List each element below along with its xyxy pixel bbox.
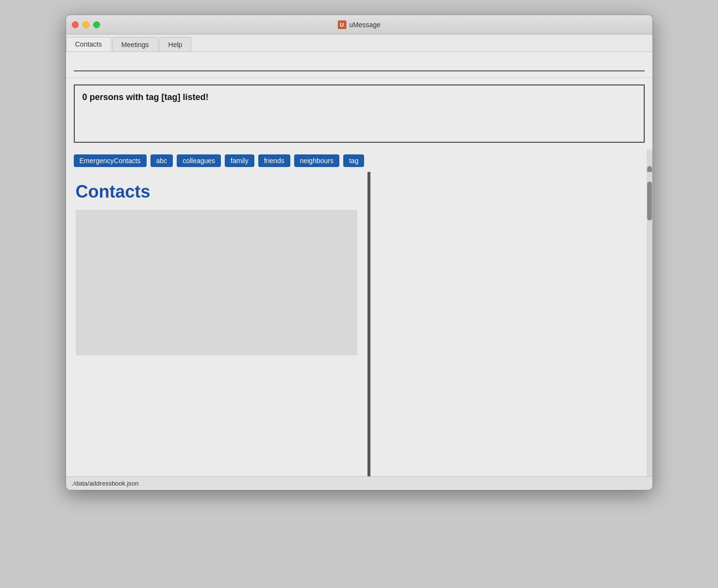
right-panel — [370, 172, 652, 476]
maximize-button[interactable] — [93, 21, 100, 28]
results-box: 0 persons with tag [tag] listed! — [74, 84, 645, 143]
contacts-list-area — [76, 210, 357, 355]
tags-scrollbar[interactable] — [647, 150, 652, 172]
status-bar: ./data/addressbook.json — [66, 476, 652, 490]
contacts-title: Contacts — [76, 182, 358, 202]
right-scrollbar[interactable] — [647, 172, 652, 476]
traffic-lights — [72, 21, 100, 28]
lower-section: Contacts — [66, 172, 652, 476]
title-bar: U uMessage — [66, 15, 652, 34]
search-input[interactable] — [74, 58, 645, 71]
tab-bar: Contacts Meetings Help — [66, 34, 652, 52]
tags-area: EmergencyContacts abc colleagues family … — [66, 150, 652, 172]
results-message: 0 persons with tag [tag] listed! — [83, 92, 209, 102]
tag-friends[interactable]: friends — [258, 154, 290, 167]
close-button[interactable] — [72, 21, 79, 28]
app-window: U uMessage Contacts Meetings Help 0 pers… — [66, 15, 653, 490]
tag-emergency-contacts[interactable]: EmergencyContacts — [74, 154, 147, 167]
tag-neighbours[interactable]: neighbours — [294, 154, 339, 167]
right-scrollbar-thumb[interactable] — [647, 182, 652, 220]
main-content: 0 persons with tag [tag] listed! Emergen… — [66, 52, 652, 476]
tab-contacts[interactable]: Contacts — [66, 37, 111, 51]
tab-meetings[interactable]: Meetings — [112, 37, 158, 51]
search-area — [66, 52, 652, 78]
window-title: U uMessage — [337, 20, 381, 29]
contacts-panel: Contacts — [66, 172, 367, 476]
minimize-button[interactable] — [83, 21, 89, 28]
app-icon: U — [337, 20, 346, 29]
tab-help[interactable]: Help — [159, 37, 192, 51]
tag-tag[interactable]: tag — [343, 154, 364, 167]
status-path: ./data/addressbook.json — [72, 480, 139, 487]
tag-family[interactable]: family — [225, 154, 254, 167]
tag-colleagues[interactable]: colleagues — [177, 154, 221, 167]
app-title: uMessage — [349, 21, 381, 29]
tag-abc[interactable]: abc — [150, 154, 173, 167]
